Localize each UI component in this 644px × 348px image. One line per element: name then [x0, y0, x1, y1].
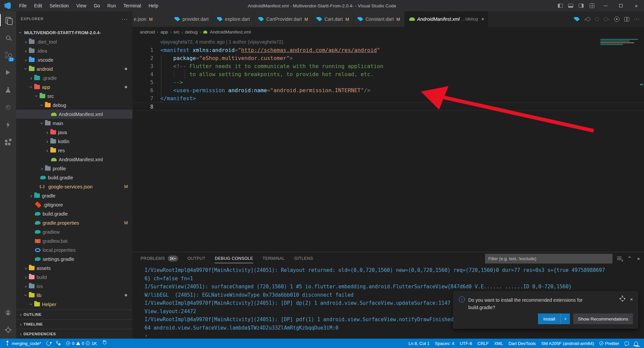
debug-item[interactable]	[100, 339, 109, 348]
tab-explore.dart[interactable]: explore.dart	[213, 11, 254, 27]
activity-search-icon[interactable]	[0, 29, 16, 46]
menu-go[interactable]: Go	[90, 0, 104, 11]
minimize-button[interactable]	[598, 0, 613, 11]
notification-settings-icon[interactable]	[621, 297, 625, 301]
tree-item-gradlew[interactable]: gradlew	[16, 227, 132, 236]
breadcrumb-item[interactable]: debug	[185, 30, 198, 35]
tree-item-lib[interactable]: ›lib	[16, 291, 132, 300]
run-icon[interactable]	[614, 16, 620, 22]
breadcrumb-item[interactable]: app	[160, 30, 168, 35]
close-panel-icon[interactable]: ×	[637, 256, 640, 262]
status-crlf[interactable]: CRLF	[475, 339, 491, 348]
tree-item-build.gradle[interactable]: build.gradle	[16, 173, 132, 182]
tree-item-src[interactable]: ›src	[16, 92, 132, 101]
split-editor-icon[interactable]	[624, 17, 629, 21]
tree-item-AndroidManifest.xml[interactable]: AndroidManifest.xml	[16, 155, 132, 164]
tree-item-android[interactable]: ›android	[16, 64, 132, 73]
panel-tab-problems[interactable]: PROBLEMS1K+	[141, 252, 178, 265]
tree-item-kotlin[interactable]: ›kotlin	[16, 137, 132, 146]
activity-explorer-icon[interactable]	[0, 11, 16, 29]
breadcrumb-item[interactable]: src	[173, 30, 179, 35]
activity-settings-gear-icon[interactable]	[0, 321, 16, 339]
breadcrumb-item[interactable]: AndroidManifest.xml	[210, 30, 251, 35]
status-sm-a205f-android-arm64-[interactable]: SM A205F (android-arm64)	[539, 339, 597, 348]
menu-edit[interactable]: Edit	[31, 0, 46, 11]
feedback-item[interactable]	[622, 339, 632, 348]
prev-change-icon[interactable]: ‹	[584, 17, 590, 22]
tree-root[interactable]: ›MULTIVENDOR-STARTT-FROM-2.0.4-	[16, 28, 132, 37]
problems-summary[interactable]: × 0 0 i 1K	[63, 339, 99, 348]
tab-e.json[interactable]: e.jsonM	[132, 11, 170, 27]
status-xml[interactable]: XML	[491, 339, 506, 348]
debug-console-prompt[interactable]: ›	[132, 332, 644, 339]
tree-item-debug[interactable]: ›debug	[16, 101, 132, 110]
console-filter-input[interactable]: Filter (e.g. text, !exclude)	[485, 254, 612, 264]
tree-item-.dart_tool[interactable]: ›.dart_tool	[16, 37, 132, 46]
tree-item-profile[interactable]: ›profile	[16, 164, 132, 173]
graph-item[interactable]	[53, 339, 63, 348]
close-button[interactable]: ×	[629, 0, 644, 11]
tree-item-main[interactable]: ›main	[16, 119, 132, 128]
activity-thunder-client-icon[interactable]	[0, 116, 16, 133]
tab-provider.dart[interactable]: provider.dart	[170, 11, 213, 27]
status-spaces-4[interactable]: Spaces: 4	[432, 339, 457, 348]
tree-item-local.properties[interactable]: local.properties	[16, 245, 132, 254]
dart-icon[interactable]	[574, 17, 580, 21]
tree-item-app[interactable]: ›app	[16, 82, 132, 92]
activity-testing-icon[interactable]	[0, 81, 16, 99]
toggle-secondary-sidebar-icon[interactable]	[579, 4, 584, 8]
menu-file[interactable]: File	[15, 0, 31, 11]
sync-item[interactable]	[44, 339, 53, 348]
tree-item-.gitignore[interactable]: .gitignore	[16, 200, 132, 209]
panel-tab-output[interactable]: OUTPUT	[187, 252, 206, 265]
notification-close-icon[interactable]: ×	[630, 296, 633, 302]
install-dropdown-icon[interactable]: ˅	[560, 313, 570, 324]
toggle-panel-icon[interactable]	[568, 4, 573, 8]
next-change-icon[interactable]: ›	[604, 17, 609, 22]
activity-extensions-icon[interactable]	[0, 133, 16, 151]
install-button[interactable]: Install	[538, 313, 560, 324]
show-recommendations-button[interactable]: Show Recommendations	[573, 313, 633, 324]
tab-AndroidManifest.xml[interactable]: AndroidManifest.xml...\debug×	[405, 11, 489, 27]
notifications-item[interactable]	[632, 339, 641, 348]
activity-gitlens-icon[interactable]	[0, 99, 16, 116]
tree-item-settings.gradle[interactable]: settings.gradle	[16, 254, 132, 264]
tree-item-gradlew.bat[interactable]: ›_gradlew.bat	[16, 236, 132, 245]
tab-Cart.dart[interactable]: Cart.dartM	[312, 11, 353, 27]
tree-item-Helper[interactable]: ›Helper	[16, 300, 132, 309]
panel-tab-terminal[interactable]: TERMINAL	[263, 252, 285, 265]
panel-tab-debug-console[interactable]: DEBUG CONSOLE	[215, 252, 253, 265]
activity-account-icon[interactable]	[0, 304, 16, 321]
tree-item-java[interactable]: ›java	[16, 128, 132, 137]
status-ln-8-col-1[interactable]: Ln 8, Col 1	[406, 339, 432, 348]
breadcrumb-item[interactable]: android	[140, 30, 155, 35]
tree-item-google-services.json[interactable]: {..}google-services.jsonM	[16, 182, 132, 191]
tree-item-AndroidManifest.xml[interactable]: AndroidManifest.xml	[16, 110, 132, 119]
sidebar-section-outline[interactable]: ›OUTLINE	[16, 309, 132, 319]
tree-item-.idea[interactable]: ›.idea	[16, 46, 132, 55]
menu-selection[interactable]: Selection	[46, 0, 73, 11]
sidebar-section-timeline[interactable]: ›TIMELINE	[16, 319, 132, 329]
minimap[interactable]	[600, 39, 638, 49]
panel-tab-gitlens[interactable]: GITLENS	[294, 252, 313, 265]
toggle-sidebar-icon[interactable]	[558, 4, 563, 8]
change-icon[interactable]	[595, 17, 599, 21]
tree-item-.gradle[interactable]: ›.gradle	[16, 73, 132, 82]
tab-CartProvider.dart[interactable]: CartProvider.dartM	[254, 11, 313, 27]
code-editor[interactable]: vijayvaghela72, 4 months ago | 1 author …	[132, 37, 644, 252]
status-dart-devtools[interactable]: Dart DevTools	[506, 339, 539, 348]
menu-terminal[interactable]: Terminal	[120, 0, 145, 11]
activity-run-debug-icon[interactable]	[0, 64, 16, 81]
activity-source-control-icon[interactable]: 22	[0, 46, 16, 64]
tree-item-gradle.properties[interactable]: gradle.propertiesM	[16, 218, 132, 227]
customize-layout-icon[interactable]	[590, 3, 594, 8]
tab-Constant.dart[interactable]: Constant.dartM	[354, 11, 405, 27]
tree-item-build.gradle[interactable]: build.gradle	[16, 209, 132, 218]
more-actions-icon[interactable]: ···	[634, 16, 639, 22]
tab-close-icon[interactable]: ×	[481, 16, 484, 22]
tree-item-gradle[interactable]: ›gradle	[16, 191, 132, 200]
tree-item-build[interactable]: ›build	[16, 273, 132, 282]
status-utf-8[interactable]: UTF-8	[457, 339, 475, 348]
menu-help[interactable]: Help	[145, 0, 162, 11]
tree-item-ios[interactable]: ›ios	[16, 282, 132, 291]
